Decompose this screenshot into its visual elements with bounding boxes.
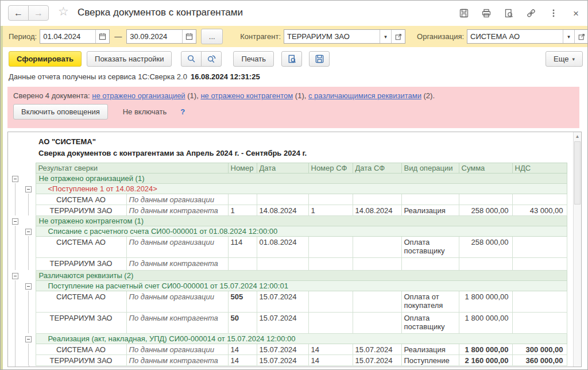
organization-label: Организация:	[417, 32, 464, 41]
more-menu-icon[interactable]	[548, 7, 559, 19]
chevron-down-icon[interactable]: ▾	[380, 30, 391, 43]
cell-nds: 43 000,00	[512, 205, 567, 215]
cell-datesf: 15.07.2024	[353, 344, 401, 354]
date-from-input[interactable]	[40, 30, 95, 43]
calendar-icon[interactable]	[182, 30, 196, 43]
generate-button[interactable]: Сформировать	[9, 51, 82, 67]
organization-field: ▾	[467, 29, 588, 44]
filter-bar: Период: — ... Контрагент: ▾ Организация:	[3, 26, 587, 47]
link-not-reflected-counterparty[interactable]: не отражено контрагентом	[200, 91, 293, 100]
cell-date	[257, 257, 308, 270]
scrollbar-thumb[interactable]	[574, 141, 581, 205]
link-icon[interactable]	[525, 7, 537, 19]
cell-op: Оплата от покупателя	[401, 291, 459, 312]
collapse-toggle[interactable]	[25, 186, 32, 192]
chevron-down-icon: ▾	[572, 56, 575, 62]
cell-date: 15.07.2024	[257, 344, 308, 354]
table-header-row: Результат сверки Номер Дата Номер СФ Дат…	[8, 163, 574, 173]
notice-prefix: Сверено 4 документа:	[13, 91, 90, 100]
cell-date: 15.07.2024	[257, 312, 308, 333]
search-next-button[interactable]	[201, 51, 222, 67]
preview-icon[interactable]	[503, 7, 514, 19]
subgroup-row: Реализация (акт, накладная, УПД) СИ00-00…	[8, 333, 574, 344]
vertical-scrollbar[interactable]: ▲	[573, 132, 581, 367]
period-separator: —	[114, 32, 122, 41]
notice-banner: Сверено 4 документа: не отражено организ…	[7, 87, 579, 128]
period-label: Период:	[9, 32, 37, 41]
column-header: Дата СФ	[353, 163, 401, 173]
search-button[interactable]	[181, 51, 202, 67]
status-timestamp: 16.08.2024 12:31:25	[191, 72, 260, 81]
cell-numsf: 14	[308, 354, 353, 365]
collapse-toggle[interactable]	[25, 229, 32, 235]
save-result-button[interactable]	[309, 51, 330, 67]
cell-source: По данным контрагента	[126, 205, 228, 215]
command-bar: Сформировать Показать настройки Печать Е…	[3, 47, 587, 70]
cell-org: СИСТЕМА АО	[36, 194, 126, 205]
cell-datesf	[353, 257, 401, 270]
table-row: СИСТЕМА АО По данным организации	[8, 194, 574, 205]
period-options-button[interactable]: ...	[201, 29, 223, 44]
chevron-down-icon[interactable]: ▾	[563, 30, 574, 43]
document-label[interactable]: Реализация (акт, накладная, УПД) СИ00-00…	[36, 333, 567, 344]
document-label[interactable]: <Поступление 1 от 14.08.2024>	[36, 183, 567, 194]
open-icon[interactable]	[391, 30, 405, 43]
cell-num: 50	[228, 312, 257, 333]
cell-num: 1	[228, 205, 257, 215]
cell-source: По данным организации	[126, 236, 228, 257]
open-icon[interactable]	[574, 30, 588, 43]
link-not-reflected-org[interactable]: не отражено организацией	[92, 91, 185, 100]
collapse-toggle[interactable]	[25, 336, 32, 342]
cell-datesf: 14.08.2024	[353, 205, 401, 215]
search-repeat-icon	[207, 54, 216, 64]
calendar-icon[interactable]	[95, 30, 109, 43]
group-label[interactable]: Не отражено контрагентом (1)	[36, 215, 567, 226]
date-to-input[interactable]	[127, 30, 182, 43]
save-icon	[315, 54, 324, 64]
enable-notifications-button[interactable]: Включить оповещения	[13, 104, 108, 120]
column-header: Дата	[257, 163, 308, 173]
cell-op: Оплата поставщику	[401, 236, 459, 257]
cell-date: 15.07.2024	[257, 354, 308, 365]
group-label[interactable]: Различаются реквизиты (2)	[36, 270, 567, 280]
close-icon[interactable]: ×	[570, 7, 582, 19]
report-table: АО "СИСТЕМА" Сверка документов с контраг…	[8, 134, 574, 367]
cell-op: Реализация	[401, 205, 459, 215]
cell-org: СИСТЕМА АО	[36, 236, 126, 257]
cell-op: Реализация	[401, 344, 459, 354]
collapse-toggle[interactable]	[12, 273, 18, 279]
forward-button[interactable]: →	[28, 5, 49, 21]
collapse-toggle[interactable]	[12, 218, 18, 225]
back-button[interactable]: ←	[8, 5, 29, 21]
app-window: ← → ☆ Сверка документов с контрагентами …	[0, 0, 588, 370]
help-icon[interactable]: ?	[180, 107, 185, 116]
cell-op: Оплата поставщику	[401, 312, 459, 333]
print-icon[interactable]	[481, 7, 492, 19]
collapse-toggle[interactable]	[25, 283, 32, 290]
counterparty-input[interactable]	[284, 30, 380, 43]
more-button[interactable]: Еще▾	[546, 51, 583, 67]
link-different-details[interactable]: с различающимися реквизитами	[308, 91, 421, 100]
cell-org: ТЕРРАРИУМ ЗАО	[36, 257, 126, 270]
cell-op	[401, 257, 459, 270]
collapse-toggle[interactable]	[12, 176, 18, 182]
favorite-star-icon[interactable]: ☆	[58, 5, 69, 18]
cell-datesf	[353, 312, 401, 333]
document-label[interactable]: Поступление на расчетный счет СИ00-00000…	[36, 280, 567, 291]
cell-datesf	[353, 291, 401, 312]
organization-input[interactable]	[467, 30, 563, 43]
scroll-up-icon[interactable]: ▲	[574, 132, 581, 139]
print-button[interactable]: Печать	[233, 51, 274, 67]
show-settings-button[interactable]: Показать настройки	[87, 51, 172, 67]
cell-sum: 258 000,00	[459, 205, 512, 215]
group-row: Различаются реквизиты (2)	[8, 270, 574, 280]
cell-nds	[512, 257, 567, 270]
table-row: ТЕРРАРИУМ ЗАО По данным контрагента	[8, 257, 574, 270]
save-icon[interactable]	[458, 7, 470, 19]
group-label[interactable]: Не отражено организацией (1)	[36, 173, 567, 183]
document-label[interactable]: Списание с расчетного счета СИ00-000001 …	[36, 226, 567, 236]
print-preview-button[interactable]	[281, 51, 302, 67]
column-header: Результат сверки	[36, 163, 228, 173]
dismiss-link[interactable]: Не включать	[123, 107, 167, 116]
cell-date: 14.08.2024	[257, 205, 308, 215]
